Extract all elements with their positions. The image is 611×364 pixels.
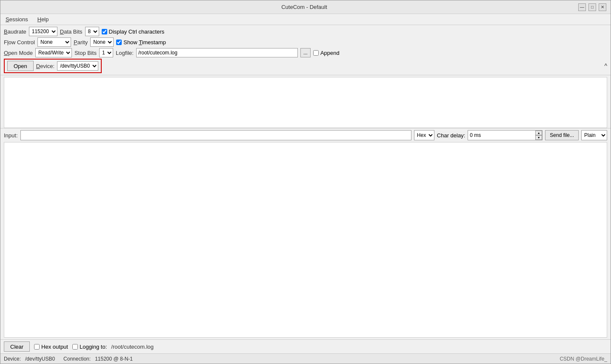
- hex-select[interactable]: Hex Dec Oct Bin: [414, 130, 434, 140]
- hex-output-group: Hex output: [34, 344, 68, 350]
- statusbar-connection-label: Connection:: [63, 356, 91, 362]
- databits-label: Data Bits: [60, 28, 83, 35]
- toolbar-row-1: Baudrate 115200 57600 38400 19200 9600 D…: [4, 27, 607, 36]
- baudrate-label: Baudrate: [4, 28, 26, 35]
- baudrate-select[interactable]: 115200 57600 38400 19200 9600: [29, 27, 57, 36]
- hex-output-label: Hex output: [41, 344, 68, 350]
- minimize-button[interactable]: —: [578, 3, 586, 11]
- statusbar: Device: /dev/ttyUSB0 Connection: 115200 …: [0, 353, 611, 364]
- char-delay-input[interactable]: [468, 131, 535, 140]
- char-delay-group: ▲ ▼: [468, 130, 542, 140]
- bottom-bar: Clear Hex output Logging to: /root/cutec…: [0, 339, 611, 353]
- maximize-button[interactable]: □: [588, 3, 596, 11]
- statusbar-device-label: Device:: [4, 356, 21, 362]
- titlebar: CuteCom - Default — □ ✕: [0, 0, 611, 14]
- window-title: CuteCom - Default: [30, 4, 578, 10]
- scroll-up-indicator[interactable]: ^: [604, 63, 607, 69]
- logfile-input[interactable]: [136, 48, 298, 57]
- device-label: Device:: [36, 63, 54, 69]
- show-timestamp-checkbox[interactable]: [116, 40, 122, 45]
- toolbar-row-4: Open Device: /dev/ttyUSB0 /dev/ttyUSB1 /…: [4, 59, 607, 73]
- stopbits-label: Stop Bits: [74, 50, 97, 56]
- logging-path: /root/cutecom.log: [111, 344, 154, 350]
- openmode-label: Open Mode: [4, 50, 33, 56]
- statusbar-device: Device: /dev/ttyUSB0: [4, 356, 55, 362]
- flowcontrol-select[interactable]: None Software Hardware: [37, 37, 71, 47]
- device-select[interactable]: /dev/ttyUSB0 /dev/ttyUSB1 /dev/ttyS0: [57, 61, 98, 71]
- logging-checkbox[interactable]: [72, 344, 78, 350]
- menubar: Sessions Help: [0, 14, 611, 25]
- databits-select[interactable]: 8 7 6 5: [85, 27, 99, 36]
- statusbar-connection-value: 115200 @ 8-N-1: [95, 356, 133, 362]
- logging-label: Logging to:: [80, 344, 107, 350]
- char-delay-spinners: ▲ ▼: [535, 131, 542, 140]
- display-ctrl-group: Display Ctrl characters: [102, 28, 165, 35]
- append-group: Append: [313, 50, 340, 56]
- append-checkbox[interactable]: [313, 50, 319, 56]
- char-delay-label: Char delay:: [437, 132, 465, 139]
- main-output-area[interactable]: [4, 142, 607, 338]
- openmode-select[interactable]: Read/Write Read Only Write Only: [35, 48, 72, 57]
- stopbits-select[interactable]: 1 2: [99, 48, 113, 57]
- statusbar-left: Device: /dev/ttyUSB0 Connection: 115200 …: [4, 356, 133, 362]
- display-ctrl-label: Display Ctrl characters: [109, 28, 165, 35]
- input-field[interactable]: [20, 130, 411, 140]
- flowcontrol-label: Flow Control: [4, 39, 35, 46]
- toolbar-row-2: Flow Control None Software Hardware Pari…: [4, 37, 607, 47]
- menu-help[interactable]: Help: [35, 15, 51, 23]
- hex-output-checkbox[interactable]: [34, 344, 40, 350]
- display-ctrl-checkbox[interactable]: [102, 29, 107, 34]
- send-file-button[interactable]: Send file...: [545, 130, 579, 140]
- show-timestamp-label: Show Timestamp: [123, 39, 166, 46]
- top-output-area[interactable]: [4, 77, 607, 128]
- parity-label: Parity: [74, 39, 88, 46]
- input-bar: Input: Hex Dec Oct Bin Char delay: ▲ ▼ S…: [0, 128, 611, 142]
- menu-sessions[interactable]: Sessions: [3, 15, 31, 23]
- char-delay-up[interactable]: ▲: [535, 131, 542, 135]
- show-timestamp-group: Show Timestamp: [116, 39, 166, 46]
- browse-button[interactable]: ...: [300, 48, 311, 57]
- plain-select[interactable]: Plain Hex CR/LF: [581, 130, 607, 140]
- main-window: CuteCom - Default — □ ✕ Sessions Help Ba…: [0, 0, 611, 364]
- logging-group: Logging to:: [72, 344, 107, 350]
- clear-button[interactable]: Clear: [4, 341, 30, 352]
- statusbar-watermark: CSDN @DreamLife_: [560, 356, 607, 362]
- append-label: Append: [320, 50, 340, 56]
- input-label: Input:: [4, 132, 18, 139]
- close-button[interactable]: ✕: [599, 3, 606, 11]
- toolbar: Baudrate 115200 57600 38400 19200 9600 D…: [0, 25, 611, 75]
- statusbar-device-value: /dev/ttyUSB0: [25, 356, 55, 362]
- open-button[interactable]: Open: [7, 61, 34, 71]
- statusbar-connection: Connection: 115200 @ 8-N-1: [63, 356, 133, 362]
- logfile-label: Logfile:: [116, 50, 134, 56]
- titlebar-controls: — □ ✕: [578, 3, 606, 11]
- parity-select[interactable]: None Odd Even: [90, 37, 114, 47]
- toolbar-row-3: Open Mode Read/Write Read Only Write Onl…: [4, 48, 607, 57]
- char-delay-down[interactable]: ▼: [535, 135, 542, 140]
- open-section: Open Device: /dev/ttyUSB0 /dev/ttyUSB1 /…: [4, 59, 102, 73]
